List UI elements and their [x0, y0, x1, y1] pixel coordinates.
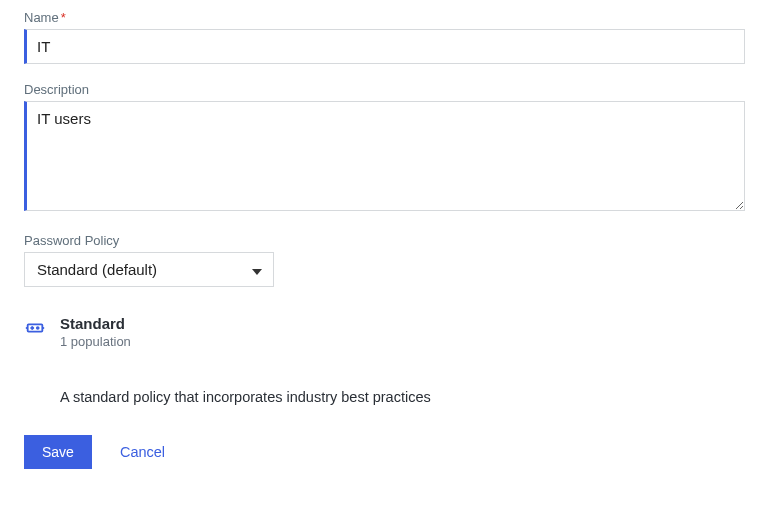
- policy-icon: [24, 317, 46, 343]
- svg-point-5: [37, 327, 39, 329]
- password-policy-select[interactable]: Standard (default): [24, 252, 274, 287]
- required-asterisk: *: [61, 10, 66, 25]
- policy-subtitle: 1 population: [60, 334, 131, 349]
- description-label: Description: [24, 82, 745, 97]
- svg-rect-0: [28, 324, 43, 331]
- policy-description: A standard policy that incorporates indu…: [60, 389, 745, 405]
- cancel-button[interactable]: Cancel: [120, 444, 165, 460]
- name-input[interactable]: [24, 29, 745, 64]
- description-textarea[interactable]: IT users: [24, 101, 745, 211]
- policy-summary: Standard 1 population: [24, 315, 745, 349]
- name-label: Name*: [24, 10, 745, 25]
- save-button[interactable]: Save: [24, 435, 92, 469]
- policy-title: Standard: [60, 315, 131, 332]
- password-policy-label: Password Policy: [24, 233, 745, 248]
